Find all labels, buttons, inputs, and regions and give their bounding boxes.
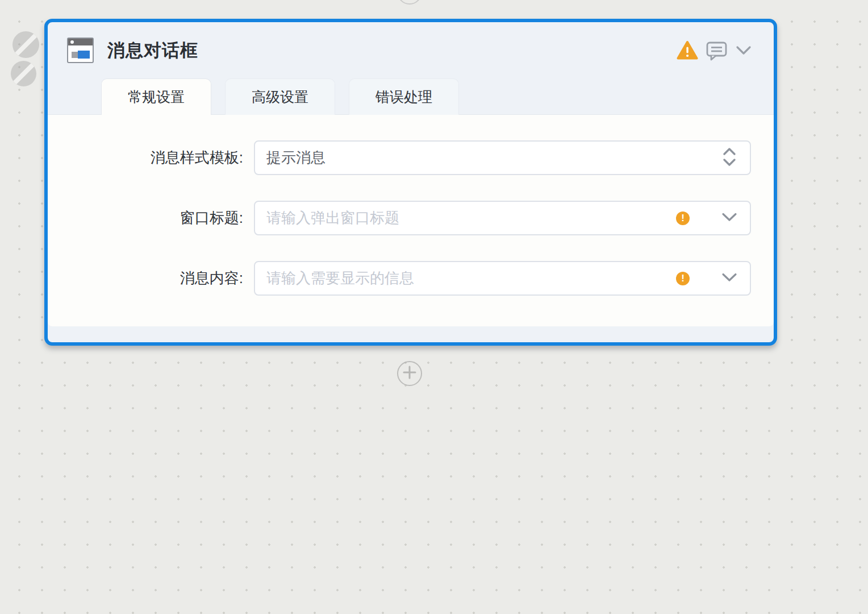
field-label: 消息内容: bbox=[48, 268, 243, 288]
field-label: 窗口标题: bbox=[48, 208, 243, 228]
window-title-field[interactable]: ! bbox=[254, 201, 751, 235]
message-content-field[interactable]: ! bbox=[254, 261, 751, 296]
warning-triangle-icon bbox=[677, 40, 698, 60]
message-style-select[interactable]: 提示消息 bbox=[254, 140, 751, 175]
form-row-style-template: 消息样式模板: 提示消息 bbox=[48, 140, 774, 175]
chevron-down-icon[interactable] bbox=[721, 212, 737, 225]
exclamation-circle-icon: ! bbox=[676, 211, 690, 225]
add-node-button[interactable] bbox=[397, 361, 422, 386]
form-row-message-content: 消息内容: ! bbox=[48, 261, 774, 296]
chevron-down-icon[interactable] bbox=[735, 45, 752, 56]
tab-general-settings[interactable]: 常规设置 bbox=[101, 78, 211, 115]
node-header: 消息对话框 bbox=[48, 22, 774, 63]
comment-bubble-icon[interactable] bbox=[706, 40, 728, 61]
plus-circle-icon bbox=[402, 365, 417, 382]
message-dialog-node[interactable]: 消息对话框 bbox=[44, 19, 777, 346]
window-title-input[interactable] bbox=[266, 209, 676, 227]
exclamation-circle-icon: ! bbox=[676, 272, 690, 285]
connector-circle-icon bbox=[397, 0, 422, 5]
form-row-window-title: 窗口标题: ! bbox=[48, 201, 774, 235]
message-content-input[interactable] bbox=[266, 269, 676, 287]
tab-advanced-settings[interactable]: 高级设置 bbox=[225, 78, 335, 115]
disabled-circle-slash-icon bbox=[12, 31, 39, 58]
disabled-circle-slash-icon bbox=[11, 61, 36, 86]
settings-tabbar: 常规设置 高级设置 错误处理 bbox=[48, 78, 774, 115]
selected-value: 提示消息 bbox=[266, 148, 721, 168]
window-app-icon bbox=[67, 38, 94, 63]
tab-error-handling[interactable]: 错误处理 bbox=[349, 78, 459, 115]
node-title: 消息对话框 bbox=[107, 39, 198, 63]
field-label: 消息样式模板: bbox=[48, 148, 243, 168]
settings-panel: 消息样式模板: 提示消息 窗口标题: ! bbox=[48, 115, 774, 326]
chevron-down-icon[interactable] bbox=[721, 272, 737, 285]
updown-caret-icon[interactable] bbox=[721, 147, 737, 169]
